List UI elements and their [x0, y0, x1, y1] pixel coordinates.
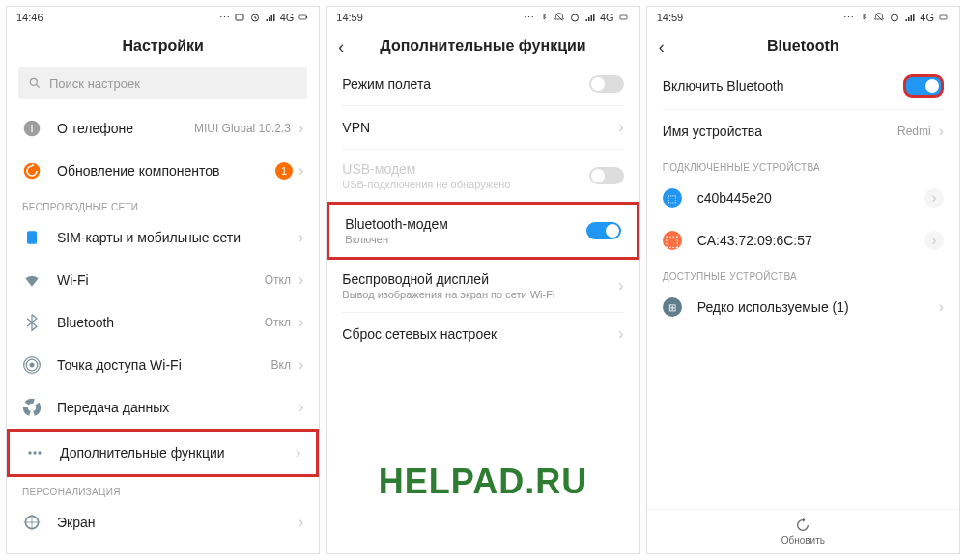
chevron-right-icon: › [618, 119, 623, 136]
svg-rect-3 [306, 16, 307, 18]
row-bt-modem[interactable]: Bluetooth-модем Включен [327, 202, 639, 260]
folder-icon: ⊞ [663, 297, 682, 317]
signal-icon [265, 12, 276, 23]
data-icon [22, 398, 42, 417]
svg-point-14 [33, 451, 36, 454]
chevron-right-icon: › [298, 399, 303, 416]
row-device-name[interactable]: Имя устройства Redmi › [647, 110, 959, 153]
chevron-right-icon: › [296, 444, 300, 462]
row-device-1[interactable]: ⬚ c40b445e20 › [647, 177, 959, 219]
clock: 14:46 [16, 12, 43, 23]
toggle-bt-modem[interactable] [586, 222, 621, 239]
svg-point-13 [28, 451, 31, 454]
row-rare[interactable]: ⊞ Редко используемые (1) › [647, 286, 959, 328]
section-personalization: ПЕРСОНАЛИЗАЦИЯ [7, 477, 319, 501]
alarm-icon [889, 12, 900, 23]
chevron-right-icon: › [298, 356, 303, 374]
svg-rect-0 [236, 14, 243, 20]
battery-icon [618, 12, 630, 23]
alarm-icon [569, 12, 581, 23]
row-update[interactable]: Обновление компонентов 1 › [7, 150, 319, 192]
header: ‹ Bluetooth [647, 28, 959, 63]
clock: 14:59 [336, 12, 363, 23]
toggle-bt[interactable] [903, 74, 944, 98]
signal-icon [584, 12, 596, 23]
row-vpn[interactable]: VPN › [327, 106, 639, 149]
svg-text:i: i [31, 122, 34, 134]
network-label: 4G [920, 12, 934, 23]
row-about[interactable]: i О телефоне MIUI Global 10.2.3 › [7, 107, 319, 150]
wifi-icon [22, 270, 42, 290]
statusbar: 14:59 ⋯ 4G [327, 7, 639, 28]
device-icon: ⬚ [663, 231, 682, 250]
screen-settings: 14:46 ⋯ 4G Настройки Поиск настроек i О … [6, 6, 320, 554]
volte-icon [234, 12, 245, 23]
search-input[interactable]: Поиск настроек [18, 67, 307, 99]
svg-point-12 [25, 401, 38, 413]
row-usb: USB-модем USB-подключения не обнаружено [327, 150, 639, 202]
page-title: Bluetooth [647, 38, 959, 55]
row-cast[interactable]: Беспроводной дисплей Вывод изображения н… [327, 260, 639, 312]
refresh-icon [795, 518, 810, 533]
svg-rect-20 [940, 15, 947, 19]
row-enable-bt[interactable]: Включить Bluetooth [647, 63, 959, 109]
refresh-button[interactable]: Обновить [647, 509, 959, 553]
header: Настройки [7, 28, 319, 63]
statusbar: 14:59 ⋯ 4G [647, 7, 959, 28]
statusbar: 14:46 ⋯ 4G [7, 7, 319, 28]
search-icon [28, 76, 42, 90]
page-title: Дополнительные функции [327, 38, 639, 55]
battery-icon [938, 12, 950, 23]
row-reset[interactable]: Сброс сетевых настроек › [327, 313, 639, 355]
sim-icon [22, 228, 42, 247]
chevron-right-icon: › [298, 162, 303, 180]
svg-point-4 [30, 78, 37, 85]
row-more[interactable]: Дополнительные функции › [7, 429, 319, 477]
mute-icon [873, 12, 885, 23]
row-display[interactable]: Экран › [7, 501, 319, 544]
section-wireless: БЕСПРОВОДНЫЕ СЕТИ [7, 192, 319, 216]
back-button[interactable]: ‹ [338, 38, 344, 58]
chevron-right-icon: › [939, 123, 944, 140]
back-button[interactable]: ‹ [659, 38, 665, 58]
status-icons: ⋯ 4G [843, 12, 950, 24]
toggle-airplane[interactable] [589, 75, 624, 93]
screen-bluetooth: 14:59 ⋯ 4G ‹ Bluetooth Включить Bluetoot… [646, 6, 960, 554]
chevron-right-icon: › [924, 188, 944, 208]
mute-icon [554, 12, 565, 23]
chevron-right-icon: › [618, 325, 623, 343]
chevron-right-icon: › [924, 231, 944, 250]
chevron-right-icon: › [618, 277, 623, 294]
bluetooth-icon [22, 313, 42, 332]
chevron-right-icon: › [298, 514, 303, 531]
chevron-right-icon: › [298, 120, 303, 137]
svg-rect-2 [299, 15, 306, 19]
row-wifi[interactable]: Wi-Fi Откл › [7, 259, 319, 301]
status-icons: ⋯ 4G [524, 12, 630, 24]
signal-icon [904, 12, 916, 23]
network-label: 4G [280, 12, 295, 23]
display-icon [22, 513, 42, 532]
chevron-right-icon: › [298, 229, 303, 246]
row-sim[interactable]: SIM-карты и мобильные сети › [7, 216, 319, 259]
status-icons: ⋯ 4G [219, 12, 310, 24]
bluetooth-icon [538, 12, 550, 23]
row-hotspot[interactable]: Точка доступа Wi-Fi Вкл › [7, 344, 319, 386]
section-connected: ПОДКЛЮЧЕННЫЕ УСТРОЙСТВА [647, 153, 959, 177]
svg-point-15 [38, 451, 41, 454]
row-device-2[interactable]: ⬚ CA:43:72:09:6C:57 › [647, 219, 959, 262]
svg-rect-18 [620, 15, 627, 19]
network-label: 4G [600, 12, 614, 23]
chevron-right-icon: › [298, 314, 303, 331]
screen-advanced: 14:59 ⋯ 4G ‹ Дополнительные функции Режи… [326, 6, 639, 554]
row-bluetooth[interactable]: Bluetooth Откл › [7, 301, 319, 344]
svg-point-17 [571, 14, 578, 21]
row-airplane[interactable]: Режим полета [327, 63, 639, 105]
chevron-right-icon: › [298, 271, 303, 289]
row-data[interactable]: Передача данных › [7, 386, 319, 429]
page-title: Настройки [7, 38, 319, 55]
svg-point-9 [30, 363, 35, 368]
toggle-usb [589, 167, 624, 184]
hotspot-icon [22, 355, 42, 375]
refresh-icon [22, 161, 42, 181]
